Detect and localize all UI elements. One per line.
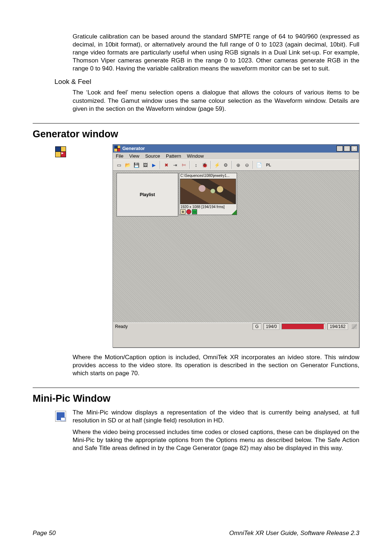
playlist-btn[interactable]: PL (264, 161, 273, 169)
status-progress (282, 324, 325, 329)
toolbar-separator (189, 161, 190, 169)
maximize-icon[interactable]: □ (344, 146, 350, 151)
menu-pattern[interactable]: Pattern (166, 153, 181, 159)
menu-file[interactable]: File (116, 153, 123, 159)
generator-window: Generator _ □ ✕ File View Source Pattern… (113, 144, 359, 348)
menubar: File View Source Pattern Window (113, 153, 359, 160)
mini-pic-icon (55, 411, 66, 422)
mini-pic-heading: Mini-Pic Window (33, 393, 359, 404)
status-counter-1: 194/0 (264, 323, 279, 330)
status-counter-2: 194/162 (327, 323, 348, 330)
minimize-icon[interactable]: _ (336, 146, 343, 151)
section-divider (33, 123, 359, 123)
clip-meta: 1920 x 1088 [194/194 frms] (179, 205, 237, 209)
mini-pic-paragraph-1: The Mini-Pic window displays a represent… (73, 409, 359, 425)
mini-pic-paragraph-2: Where the video being processed includes… (73, 428, 359, 452)
play-icon[interactable]: ▶ (150, 161, 158, 169)
app-icon (114, 146, 120, 151)
open-icon[interactable]: 📂 (124, 161, 132, 169)
window-title: Generator (122, 146, 145, 151)
toolbar-separator (160, 161, 160, 169)
clip-doc-icon[interactable]: 🗎 (180, 209, 185, 214)
save-icon[interactable]: 💾 (132, 161, 140, 169)
list-icon[interactable]: 📄 (255, 161, 263, 169)
toolbar: ▭📂💾🖼▶✖⇥✄↕🐞⚡⚙⊕⊖📄PL (113, 160, 359, 171)
titlebar[interactable]: Generator _ □ ✕ (113, 145, 359, 153)
playlist-tile[interactable]: Playlist (117, 173, 178, 216)
new-icon[interactable]: ▭ (115, 161, 123, 169)
toolbar-separator (232, 161, 232, 169)
zoom-in-icon[interactable]: ⊕ (234, 161, 242, 169)
cut-icon[interactable]: ✄ (180, 161, 188, 169)
zoom-out-icon[interactable]: ⊖ (243, 161, 251, 169)
footer-page: Page 50 (33, 530, 56, 537)
look-and-feel-heading: Look & Feel (54, 78, 359, 86)
generator-paragraph: Where the Motion/Caption option is inclu… (73, 353, 359, 377)
menu-view[interactable]: View (129, 153, 139, 159)
clip-tile[interactable]: C:\Sequences\1080\jewelry1... 1920 x 108… (179, 173, 237, 215)
workspace-canvas[interactable]: Playlist C:\Sequences\1080\jewelry1... 1… (113, 171, 359, 323)
goto-end-icon[interactable]: ⇥ (171, 161, 179, 169)
resize-grip-icon[interactable] (352, 324, 357, 329)
footer-doc: OmniTek XR User Guide, Software Release … (229, 530, 359, 537)
delete-icon[interactable]: ✖ (162, 161, 170, 169)
clip-region-icon[interactable]: ▭ (192, 209, 197, 214)
menu-source[interactable]: Source (145, 153, 160, 159)
statusbar: Ready G 194/0 194/162 (113, 323, 359, 331)
clip-record-icon[interactable] (186, 209, 191, 214)
toolbar-separator (211, 161, 211, 169)
status-ready: Ready (115, 324, 128, 329)
section-divider (33, 388, 359, 388)
status-g: G (253, 323, 261, 330)
clip-path: C:\Sequences\1080\jewelry1... (179, 173, 237, 178)
close-icon[interactable]: ✕ (351, 146, 358, 151)
picture-icon[interactable]: 🖼 (141, 161, 149, 169)
look-and-feel-paragraph: The ‘Look and feel’ menu selection opens… (73, 89, 359, 113)
intro-paragraph: Graticule calibration can be based aroun… (73, 33, 359, 73)
generator-window-heading: Generator window (33, 129, 359, 140)
menu-window[interactable]: Window (187, 153, 204, 159)
speed-icon[interactable]: ⚡ (213, 161, 221, 169)
toolbar-separator (253, 161, 253, 169)
bug-icon[interactable]: 🐞 (201, 161, 209, 169)
generator-app-icon (55, 146, 66, 157)
clip-thumbnail (180, 179, 236, 204)
gears-icon[interactable]: ⚙ (222, 161, 230, 169)
resize-v-icon[interactable]: ↕ (192, 161, 200, 169)
